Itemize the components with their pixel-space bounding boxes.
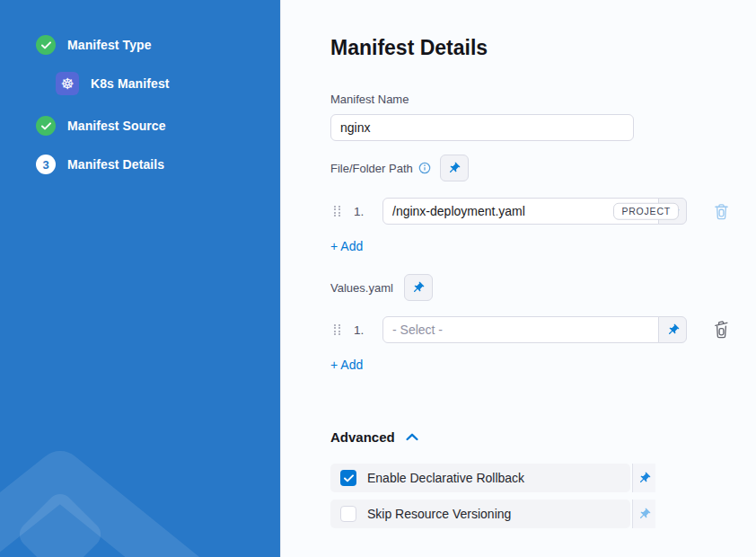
option-label: Skip Resource Versioning — [367, 507, 511, 521]
file-folder-path-label: File/Folder Path — [330, 162, 413, 175]
fixed-value-pin-button[interactable] — [658, 316, 687, 343]
values-yaml-header: Values.yaml — [330, 274, 756, 301]
trash-icon — [713, 202, 730, 221]
delete-row-button[interactable] — [713, 202, 730, 221]
add-values-yaml-link[interactable]: + Add — [330, 358, 363, 372]
option-label: Enable Declarative Rollback — [367, 471, 524, 485]
chevron-up-icon — [406, 433, 418, 441]
row-index: 1. — [354, 205, 368, 218]
fixed-value-pin-button[interactable] — [440, 155, 469, 181]
pin-icon — [447, 162, 461, 175]
trash-icon — [713, 321, 730, 340]
step-k8s-manifest[interactable]: ☸ K8s Manifest — [56, 72, 280, 95]
file-folder-path-header: File/Folder Path — [330, 155, 756, 181]
pin-icon — [637, 472, 651, 485]
check-icon — [344, 474, 354, 482]
file-path-row: 1. PROJECT — [330, 198, 756, 225]
fixed-value-pin-button[interactable] — [632, 464, 655, 492]
option-row: Skip Resource Versioning — [330, 500, 756, 528]
manifest-details-panel: Manifest Details Manifest Name File/Fold… — [280, 0, 756, 557]
check-icon — [41, 122, 51, 130]
skip-resource-versioning-option[interactable]: Skip Resource Versioning — [330, 500, 630, 528]
add-file-path-link[interactable]: + Add — [330, 239, 363, 253]
step-complete-icon — [36, 35, 56, 55]
checkbox-unchecked[interactable] — [340, 506, 356, 522]
step-label: Manifest Source — [67, 119, 166, 133]
info-icon[interactable] — [418, 162, 431, 174]
page-title: Manifest Details — [330, 36, 756, 60]
delete-row-button[interactable] — [713, 321, 730, 340]
values-yaml-row: 1. — [330, 316, 756, 343]
wizard-steps: Manifest Type ☸ K8s Manifest Manifest So… — [0, 0, 280, 174]
step-manifest-type[interactable]: Manifest Type — [36, 35, 280, 55]
step-number-badge: 3 — [36, 155, 56, 174]
kubernetes-icon: ☸ — [56, 72, 79, 95]
file-path-input-group: PROJECT — [382, 198, 687, 225]
brand-watermark — [0, 368, 280, 557]
row-index: 1. — [354, 323, 368, 337]
values-yaml-select[interactable] — [382, 316, 659, 343]
pin-icon — [666, 323, 680, 337]
fixed-value-pin-button[interactable] — [404, 274, 433, 301]
values-select-group — [382, 316, 687, 343]
step-manifest-source[interactable]: Manifest Source — [36, 116, 280, 136]
fixed-value-pin-button[interactable] — [632, 500, 655, 528]
step-complete-icon — [36, 116, 56, 136]
step-label: Manifest Details — [67, 157, 164, 172]
values-yaml-label: Values.yaml — [330, 281, 393, 295]
manifest-name-input[interactable] — [330, 114, 634, 141]
step-label: K8s Manifest — [91, 76, 170, 91]
manifest-wizard: Manifest Type ☸ K8s Manifest Manifest So… — [0, 0, 756, 557]
enable-declarative-rollback-option[interactable]: Enable Declarative Rollback — [330, 464, 630, 492]
advanced-section-toggle[interactable]: Advanced — [330, 429, 418, 445]
check-icon — [41, 41, 51, 49]
step-manifest-details[interactable]: 3 Manifest Details — [36, 155, 280, 174]
drag-handle-icon[interactable] — [334, 206, 340, 217]
pin-icon — [411, 281, 425, 295]
advanced-title: Advanced — [330, 429, 395, 445]
checkbox-checked[interactable] — [340, 470, 356, 486]
wizard-sidebar: Manifest Type ☸ K8s Manifest Manifest So… — [0, 0, 280, 557]
pin-icon — [637, 508, 651, 521]
manifest-name-label: Manifest Name — [330, 93, 756, 106]
option-row: Enable Declarative Rollback — [330, 464, 756, 492]
step-label: Manifest Type — [67, 38, 152, 52]
drag-handle-icon[interactable] — [334, 324, 340, 336]
scope-badge: PROJECT — [613, 203, 679, 220]
